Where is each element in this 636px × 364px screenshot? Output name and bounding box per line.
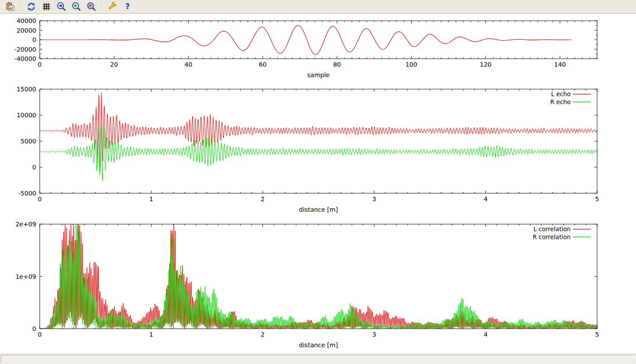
- zoom-autoscale-button[interactable]: [85, 0, 98, 13]
- x-axis-label: distance [m]: [299, 341, 338, 349]
- statusbar: [0, 353, 636, 364]
- y-tick-label: 40000: [16, 17, 36, 24]
- zoom-previous-button[interactable]: [55, 0, 68, 13]
- x-axis-label: distance [m]: [299, 206, 338, 213]
- plot-correlation[interactable]: 01234501e+092e+09distance [m]L correlati…: [15, 221, 599, 349]
- x-tick-label: 3: [372, 331, 376, 338]
- zoom-previous-icon: [57, 2, 66, 11]
- y-tick-label: 0: [32, 325, 36, 332]
- legend-label: R echo: [550, 98, 571, 105]
- x-tick-label: 3: [372, 195, 376, 203]
- x-tick-label: 5: [595, 331, 599, 338]
- x-tick-label: 4: [484, 331, 488, 338]
- y-tick-label: 1e+09: [15, 273, 36, 280]
- toolbar: ? ?: [0, 0, 636, 14]
- config-wrench-icon: [108, 2, 117, 11]
- config-button[interactable]: [106, 0, 119, 13]
- legend-label: R correlation: [533, 233, 571, 240]
- refresh-plot-icon: [26, 2, 36, 11]
- x-tick-label: 120: [480, 61, 492, 68]
- refresh-plot-button[interactable]: [25, 0, 38, 13]
- plot-frame: [40, 89, 597, 193]
- series-l-correlation: [40, 224, 597, 329]
- plots-svg: 020406080100120140-40000-200000200004000…: [0, 14, 636, 353]
- legend-label: L echo: [551, 90, 571, 98]
- toggle-grid-icon: [42, 2, 51, 11]
- toolbar-separator: [102, 2, 102, 11]
- toolbar-separator: [20, 2, 21, 11]
- zoom-next-button[interactable]: [70, 0, 83, 13]
- minor-ticks: [51, 224, 586, 329]
- y-tick-label: 0: [32, 164, 36, 171]
- y-tick-label: 0: [32, 36, 36, 43]
- y-tick-label: -40000: [14, 55, 36, 62]
- x-tick-label: 2: [261, 195, 265, 203]
- help-button[interactable]: ? ?: [121, 0, 134, 13]
- x-tick-label: 0: [38, 195, 42, 203]
- y-tick-label: 10000: [16, 112, 36, 119]
- legend: L echoR echo: [550, 90, 591, 105]
- svg-text:?: ?: [125, 2, 130, 11]
- zoom-next-icon: [72, 2, 81, 11]
- y-tick-label: -20000: [14, 46, 36, 53]
- statusbar-text: [1, 355, 635, 363]
- series-l-echo: [40, 93, 597, 172]
- legend-label: L correlation: [534, 225, 571, 233]
- y-tick-label: 20000: [16, 27, 36, 34]
- y-tick-label: 5000: [20, 138, 36, 145]
- x-tick-label: 140: [554, 61, 566, 68]
- legend: L correlationR correlation: [533, 225, 591, 240]
- y-tick-label: -5000: [18, 190, 36, 197]
- tick-labels: 012345-5000050001000015000: [16, 86, 599, 203]
- x-tick-label: 2: [261, 331, 265, 338]
- plot-sample-waveform[interactable]: 020406080100120140-40000-200000200004000…: [14, 17, 597, 79]
- copy-plot-to-clipboard-button[interactable]: [4, 0, 17, 13]
- x-tick-label: 60: [259, 61, 267, 68]
- x-tick-label: 1: [149, 331, 153, 338]
- plot-canvas-area: 020406080100120140-40000-200000200004000…: [0, 14, 636, 353]
- help-icon: ? ?: [123, 2, 132, 11]
- copy-plot-to-clipboard-icon: [5, 2, 15, 11]
- minor-ticks: [51, 89, 586, 193]
- y-tick-label: 15000: [16, 86, 36, 93]
- major-ticks: [40, 89, 597, 193]
- x-tick-label: 20: [110, 61, 118, 68]
- x-tick-label: 0: [38, 331, 42, 338]
- x-tick-label: 0: [38, 61, 42, 68]
- y-tick-label: 2e+09: [15, 221, 36, 228]
- x-tick-label: 5: [595, 195, 599, 203]
- x-tick-label: 4: [484, 195, 488, 203]
- x-tick-label: 1: [149, 195, 153, 203]
- x-tick-label: 80: [333, 61, 341, 68]
- series-chirp: [40, 26, 571, 55]
- x-tick-label: 100: [405, 61, 417, 68]
- toggle-grid-button[interactable]: [40, 0, 53, 13]
- zoom-autoscale-icon: [87, 2, 96, 11]
- x-tick-label: 40: [185, 61, 193, 68]
- gnuplot-window: ? ? 020406080100120140-40000-20000020000…: [0, 0, 636, 364]
- plot-echo[interactable]: 012345-5000050001000015000distance [m]L …: [16, 86, 599, 213]
- x-axis-label: sample: [307, 71, 330, 79]
- tick-labels: 020406080100120140-40000-200000200004000…: [14, 17, 566, 68]
